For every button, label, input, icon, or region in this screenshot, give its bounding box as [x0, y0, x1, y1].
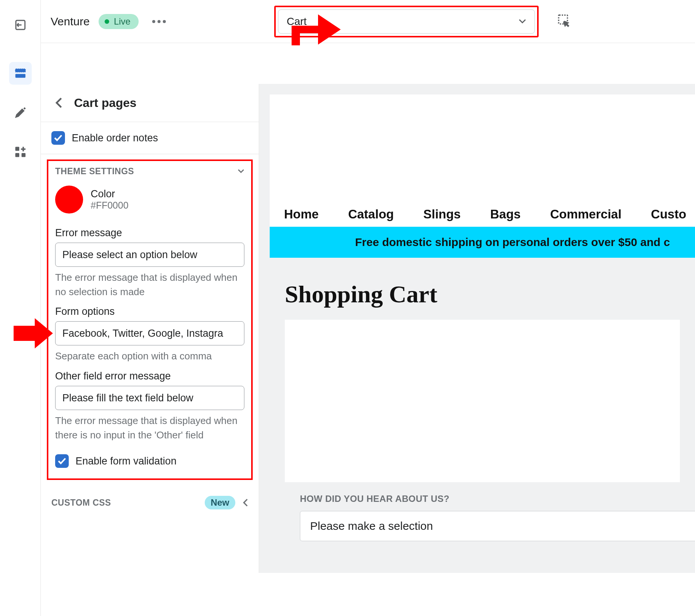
- survey-select-value: Please make a selection: [310, 520, 433, 532]
- error-message-input[interactable]: [55, 243, 244, 267]
- topbar: Venture Live: [41, 0, 259, 43]
- back-button[interactable]: [51, 95, 66, 110]
- order-notes-section: Enable order notes: [41, 122, 259, 154]
- nav-home[interactable]: Home: [284, 207, 319, 221]
- survey-select[interactable]: Please make a selection: [300, 511, 695, 541]
- custom-css-label: CUSTOM CSS: [51, 498, 111, 508]
- other-error-input[interactable]: [55, 386, 244, 410]
- left-rail: [0, 0, 41, 616]
- color-setting[interactable]: Color #FF0000: [55, 182, 244, 223]
- exit-editor-icon[interactable]: [9, 14, 32, 36]
- chevron-down-icon: [519, 19, 526, 24]
- settings-sidebar: Cart pages Enable order notes THEME SETT…: [41, 84, 259, 573]
- color-swatch: [55, 186, 83, 214]
- enable-order-notes-checkbox[interactable]: [51, 131, 65, 145]
- live-badge: Live: [99, 14, 139, 29]
- cart-items-placeholder: [285, 320, 680, 482]
- color-label: Color: [91, 188, 128, 200]
- annotation-arrow-top: [292, 8, 341, 45]
- other-error-label: Other field error message: [55, 370, 244, 386]
- svg-rect-7: [22, 153, 26, 157]
- error-message-label: Error message: [55, 227, 244, 243]
- color-hex: #FF0000: [91, 200, 128, 211]
- theme-settings-label: THEME SETTINGS: [55, 166, 134, 176]
- annotation-arrow-side: [14, 318, 53, 348]
- nav-catalog[interactable]: Catalog: [348, 207, 394, 221]
- preview-area: Home Catalog Slings Bags Commercial Cust…: [259, 84, 695, 573]
- nav-custom[interactable]: Custo: [651, 207, 686, 221]
- svg-marker-1: [14, 318, 53, 348]
- svg-marker-0: [292, 14, 341, 45]
- theme-settings-icon[interactable]: [9, 101, 32, 124]
- collapse-caret-icon[interactable]: [238, 168, 244, 175]
- new-badge: New: [205, 496, 235, 509]
- svg-rect-5: [15, 147, 19, 151]
- form-options-help: Separate each option with a comma: [55, 345, 244, 364]
- promo-banner: Free domestic shipping on personal order…: [270, 227, 695, 258]
- nav-slings[interactable]: Slings: [423, 207, 461, 221]
- form-options-label: Form options: [55, 306, 244, 321]
- chevron-left-icon: [243, 498, 248, 507]
- survey-label: HOW DID YOU HEAR ABOUT US?: [300, 494, 665, 511]
- svg-rect-3: [15, 69, 25, 72]
- nav-bags[interactable]: Bags: [490, 207, 521, 221]
- sections-icon[interactable]: [9, 62, 32, 85]
- theme-name: Venture: [51, 15, 90, 28]
- enable-form-validation-label: Enable form validation: [76, 455, 176, 467]
- cart-title: Shopping Cart: [285, 280, 680, 308]
- panel-title: Cart pages: [74, 96, 136, 110]
- apps-icon[interactable]: [9, 141, 32, 163]
- custom-css-section[interactable]: CUSTOM CSS New: [41, 485, 259, 520]
- inspector-icon[interactable]: [557, 13, 572, 30]
- more-actions-button[interactable]: [152, 20, 166, 23]
- form-options-input[interactable]: [55, 321, 244, 345]
- svg-rect-4: [15, 74, 25, 78]
- theme-settings-highlight: THEME SETTINGS Color #FF0000 Error messa…: [47, 159, 253, 480]
- nav-commercial[interactable]: Commercial: [550, 207, 621, 221]
- error-message-help: The error message that is displayed when…: [55, 267, 244, 299]
- enable-form-validation-checkbox[interactable]: [55, 454, 69, 468]
- other-error-help: The error message that is displayed when…: [55, 410, 244, 442]
- enable-order-notes-label: Enable order notes: [72, 132, 158, 144]
- svg-rect-6: [15, 153, 19, 157]
